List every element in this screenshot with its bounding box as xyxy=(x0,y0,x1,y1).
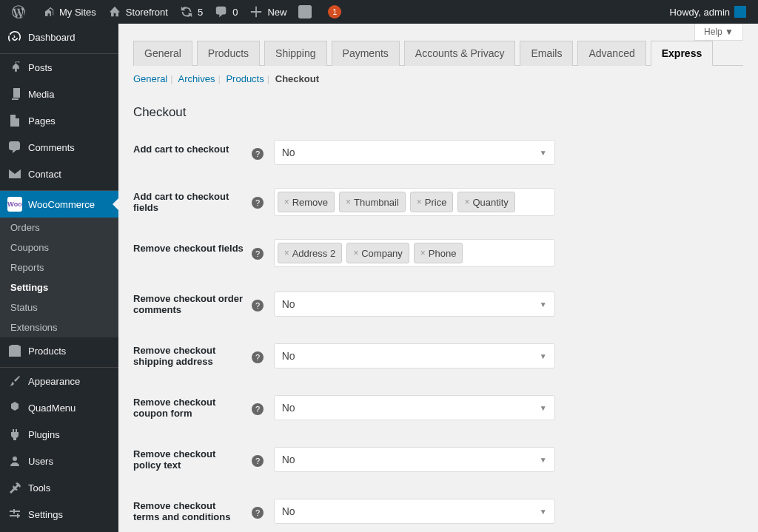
yoast-bar[interactable] xyxy=(292,0,322,24)
remove-coupon-select[interactable]: No▼ xyxy=(274,395,555,420)
my-sites-label: My Sites xyxy=(59,7,96,18)
settings-form: Add cart to checkout ? No▼ Add cart to c… xyxy=(133,129,743,532)
menu-woocommerce[interactable]: WooWooCommerce xyxy=(0,191,118,218)
subnav-products[interactable]: Products xyxy=(226,73,264,84)
remove-order-comments-value: No xyxy=(282,298,295,310)
menu-settings[interactable]: Settings xyxy=(0,501,118,528)
sub-orders[interactable]: Orders xyxy=(0,218,118,238)
menu-products[interactable]: Products xyxy=(0,337,118,364)
section-title: Checkout xyxy=(133,105,743,120)
sub-status[interactable]: Status xyxy=(0,297,118,317)
tag-remove[interactable]: ×Remove xyxy=(278,192,335,212)
tab-shipping[interactable]: Shipping xyxy=(264,41,327,66)
sliders-icon xyxy=(7,507,22,522)
tab-express[interactable]: Express xyxy=(651,41,713,66)
new-content[interactable]: New xyxy=(244,0,292,24)
help-icon[interactable]: ? xyxy=(252,455,264,467)
pin-icon xyxy=(7,60,22,75)
add-cart-value: No xyxy=(282,147,295,158)
close-icon[interactable]: × xyxy=(284,197,289,207)
chevron-down-icon: ▼ xyxy=(540,352,547,360)
remove-policy-value: No xyxy=(282,454,295,465)
menu-contact[interactable]: Contact xyxy=(0,161,118,187)
admin-bar: My Sites Storefront 5 0 New 1 Howdy, adm… xyxy=(0,0,758,24)
sub-reports[interactable]: Reports xyxy=(0,257,118,277)
svg-point-1 xyxy=(13,457,17,461)
sub-nav: General| Archives| Products| Checkout xyxy=(133,66,743,92)
tab-general[interactable]: General xyxy=(133,41,192,66)
close-icon[interactable]: × xyxy=(417,197,422,207)
tab-emails[interactable]: Emails xyxy=(520,41,573,66)
tab-products[interactable]: Products xyxy=(197,41,260,66)
tag-price[interactable]: ×Price xyxy=(410,192,454,212)
tag-quantity[interactable]: ×Quantity xyxy=(457,192,514,212)
field-remove-order-comments-label: Remove checkout order comments xyxy=(133,278,252,330)
field-remove-terms-label: Remove checkout terms and conditions xyxy=(133,485,252,532)
menu-appearance[interactable]: Appearance xyxy=(0,368,118,394)
menu-pages[interactable]: Pages xyxy=(0,107,118,134)
close-icon[interactable]: × xyxy=(346,197,351,207)
menu-comments[interactable]: Comments xyxy=(0,134,118,161)
add-cart-select[interactable]: No▼ xyxy=(274,140,555,165)
sub-extensions[interactable]: Extensions xyxy=(0,317,118,337)
close-icon[interactable]: × xyxy=(284,248,289,258)
subnav-checkout: Checkout xyxy=(275,73,319,84)
help-icon[interactable]: ? xyxy=(252,148,264,160)
tag-company[interactable]: ×Company xyxy=(346,243,409,263)
updates[interactable]: 5 xyxy=(174,0,209,24)
tab-payments[interactable]: Payments xyxy=(332,41,400,66)
menu-posts-label: Posts xyxy=(28,62,53,73)
remove-policy-select[interactable]: No▼ xyxy=(274,447,555,472)
field-remove-fields-label: Remove checkout fields xyxy=(133,228,252,278)
brush-icon xyxy=(7,374,22,388)
help-icon[interactable]: ? xyxy=(252,351,264,363)
howdy[interactable]: Howdy, admin xyxy=(664,0,752,24)
chevron-down-icon: ▼ xyxy=(540,456,547,464)
field-add-cart-fields-label: Add cart to checkout fields xyxy=(133,176,252,228)
help-icon[interactable]: ? xyxy=(252,403,264,415)
close-icon[interactable]: × xyxy=(464,197,469,207)
sub-coupons[interactable]: Coupons xyxy=(0,238,118,257)
tag-phone[interactable]: ×Phone xyxy=(414,243,463,263)
help-icon[interactable]: ? xyxy=(252,197,264,209)
notifications[interactable]: 1 xyxy=(322,0,347,24)
menu-tools[interactable]: Tools xyxy=(0,474,118,501)
menu-plugins-label: Plugins xyxy=(28,429,60,440)
close-icon[interactable]: × xyxy=(420,248,426,258)
menu-media[interactable]: Media xyxy=(0,81,118,107)
menu-users[interactable]: Users xyxy=(0,448,118,474)
wp-logo[interactable] xyxy=(6,0,36,24)
field-remove-coupon-label: Remove checkout coupon form xyxy=(133,382,252,434)
help-tab[interactable]: Help ▼ xyxy=(694,24,743,41)
my-sites[interactable]: My Sites xyxy=(36,0,102,24)
help-icon[interactable]: ? xyxy=(252,300,264,312)
tab-accounts[interactable]: Accounts & Privacy xyxy=(404,41,516,66)
tag-thumbnail[interactable]: ×Thumbnail xyxy=(339,192,406,212)
menu-settings-label: Settings xyxy=(28,509,63,520)
comments-bar[interactable]: 0 xyxy=(209,0,244,24)
remove-shipping-select[interactable]: No▼ xyxy=(274,343,555,368)
menu-quadmenu[interactable]: QuadMenu xyxy=(0,394,118,421)
help-icon[interactable]: ? xyxy=(252,248,264,260)
remove-terms-select[interactable]: No▼ xyxy=(274,499,555,524)
subnav-archives[interactable]: Archives xyxy=(178,73,215,84)
help-icon[interactable]: ? xyxy=(252,507,264,519)
menu-plugins[interactable]: Plugins xyxy=(0,421,118,448)
sub-settings[interactable]: Settings xyxy=(0,277,118,297)
users-icon xyxy=(7,454,22,468)
menu-dashboard[interactable]: Dashboard xyxy=(0,24,118,50)
admin-sidebar: Dashboard Posts Media Pages Comments Con… xyxy=(0,24,118,532)
tag-address2[interactable]: ×Address 2 xyxy=(278,243,343,263)
add-cart-fields-tags[interactable]: ×Remove ×Thumbnail ×Price ×Quantity xyxy=(274,188,555,216)
subnav-general[interactable]: General xyxy=(133,73,167,84)
remove-order-comments-select[interactable]: No▼ xyxy=(274,292,555,317)
close-icon[interactable]: × xyxy=(353,248,358,258)
woocommerce-icon: Woo xyxy=(7,197,22,212)
site-name[interactable]: Storefront xyxy=(102,0,174,24)
field-remove-shipping-label: Remove checkout shipping address xyxy=(133,330,252,382)
menu-products-label: Products xyxy=(28,346,66,357)
tab-advanced[interactable]: Advanced xyxy=(577,41,645,66)
svg-rect-0 xyxy=(298,5,312,18)
remove-fields-tags[interactable]: ×Address 2 ×Company ×Phone xyxy=(274,239,555,267)
menu-posts[interactable]: Posts xyxy=(0,54,118,81)
